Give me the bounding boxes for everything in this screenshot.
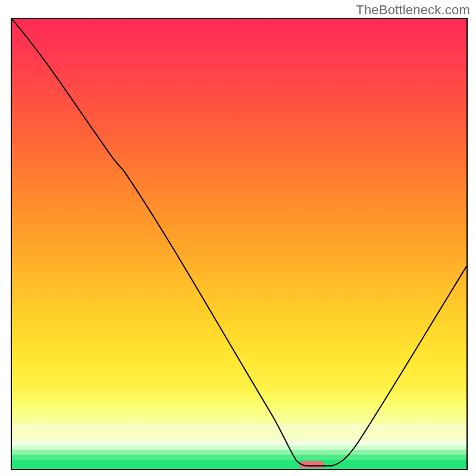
plot-area [11,18,468,470]
watermark-text: TheBottleneck.com [356,2,470,18]
curve-line [12,19,466,469]
curve-path [12,19,466,466]
chart-container: TheBottleneck.com [0,0,476,476]
